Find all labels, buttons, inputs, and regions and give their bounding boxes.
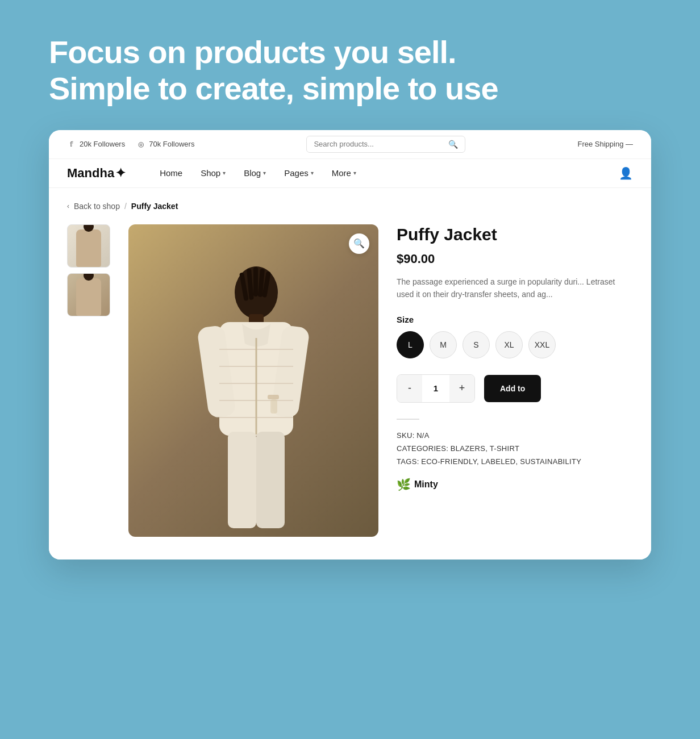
thumbnail-silhouette-1 — [76, 229, 101, 267]
divider — [397, 419, 419, 420]
brand-star-icon: ✦ — [115, 166, 126, 181]
thumbnail-1[interactable] — [67, 224, 110, 268]
size-btn-xxl[interactable]: XXL — [528, 331, 556, 358]
breadcrumb-current: Puffy Jacket — [131, 202, 178, 211]
tags-label: TAGS: — [397, 457, 419, 466]
nav-link-home[interactable]: Home — [160, 168, 182, 178]
product-layout: 🔍 Puffy Jacket $90.00 The passage experi… — [67, 224, 633, 537]
nav-link-more[interactable]: More ▾ — [332, 168, 356, 178]
chevron-down-icon: ▾ — [353, 170, 356, 176]
search-box[interactable]: 🔍 — [306, 136, 465, 153]
shop-card: 𝕗 20k Followers ◎ 70k Followers 🔍 Free S… — [49, 130, 651, 560]
breadcrumb-separator: / — [124, 202, 127, 211]
size-btn-l[interactable]: L — [397, 331, 424, 358]
shipping-notice: Free Shipping — — [577, 140, 633, 148]
quantity-value: 1 — [422, 375, 449, 402]
nav-item-shop[interactable]: Shop ▾ — [201, 168, 226, 178]
facebook-followers: 𝕗 20k Followers — [67, 140, 125, 149]
thumbnail-2[interactable] — [67, 273, 110, 316]
tags-row: TAGS: ECO-FRIENDLY, LABELED, SUSTAINABIL… — [397, 455, 633, 468]
ig-followers-text: 70k Followers — [149, 140, 194, 148]
brand-badge: 🌿 Minty — [397, 478, 633, 491]
product-main-image: 🔍 — [128, 224, 378, 537]
quantity-plus-button[interactable]: + — [449, 375, 474, 402]
topbar: 𝕗 20k Followers ◎ 70k Followers 🔍 Free S… — [49, 130, 651, 159]
nav-link-pages[interactable]: Pages ▾ — [284, 168, 314, 178]
product-info: Puffy Jacket $90.00 The passage experien… — [397, 224, 633, 491]
product-image-svg — [174, 230, 333, 531]
zoom-icon: 🔍 — [353, 238, 365, 249]
svg-rect-16 — [228, 432, 256, 528]
product-price: $90.00 — [397, 252, 633, 266]
svg-rect-19 — [270, 399, 277, 414]
size-options: L M S XL XXL — [397, 331, 633, 358]
quantity-row: - 1 + Add to — [397, 374, 633, 403]
svg-rect-17 — [256, 432, 285, 528]
nav-item-more[interactable]: More ▾ — [332, 168, 356, 178]
categories-row: CATEGORIES: BLAZERS, T-SHIRT — [397, 442, 633, 455]
back-to-shop-label: Back to shop — [74, 202, 120, 211]
zoom-button[interactable]: 🔍 — [349, 233, 369, 254]
search-container[interactable]: 🔍 — [208, 136, 564, 153]
topbar-social: 𝕗 20k Followers ◎ 70k Followers — [67, 140, 194, 149]
hero-section: Focus on products you sell. Simple to cr… — [38, 34, 663, 107]
chevron-left-icon: ‹ — [67, 202, 69, 210]
categories-label: CATEGORIES: — [397, 444, 448, 453]
chevron-down-icon: ▾ — [263, 170, 266, 176]
add-to-cart-button[interactable]: Add to — [484, 375, 541, 402]
instagram-icon: ◎ — [136, 140, 145, 149]
quantity-minus-button[interactable]: - — [397, 375, 422, 402]
product-title: Puffy Jacket — [397, 224, 633, 245]
search-icon: 🔍 — [448, 140, 458, 149]
product-image-bg — [128, 224, 378, 537]
sku-row: SKU: N/A — [397, 429, 633, 442]
size-btn-xl[interactable]: XL — [495, 331, 523, 358]
thumbnail-1-image — [68, 225, 110, 267]
nav-links: Home Shop ▾ Blog ▾ Pages ▾ — [160, 168, 619, 178]
product-description: The passage experienced a surge in popul… — [397, 275, 633, 301]
facebook-icon: 𝕗 — [67, 140, 76, 149]
nav-item-blog[interactable]: Blog ▾ — [244, 168, 266, 178]
brand-name-badge: Minty — [414, 479, 438, 490]
brand-logo[interactable]: Mandha✦ — [67, 166, 126, 181]
sku-label: SKU: — [397, 431, 415, 440]
fb-followers-text: 20k Followers — [80, 140, 125, 148]
instagram-followers: ◎ 70k Followers — [136, 140, 194, 149]
brand-name: Mandha — [67, 166, 114, 181]
product-thumbnails — [67, 224, 110, 316]
product-meta: SKU: N/A CATEGORIES: BLAZERS, T-SHIRT TA… — [397, 429, 633, 469]
nav-link-blog[interactable]: Blog ▾ — [244, 168, 266, 178]
size-btn-s[interactable]: S — [463, 331, 490, 358]
hero-title: Focus on products you sell. Simple to cr… — [49, 34, 663, 107]
user-account-icon[interactable]: 👤 — [619, 166, 633, 180]
tags-value: ECO-FRIENDLY, LABELED, SUSTAINABILITY — [421, 457, 581, 466]
thumbnail-2-image — [68, 274, 110, 316]
size-label: Size — [397, 315, 633, 324]
quantity-control: - 1 + — [397, 374, 475, 403]
svg-rect-18 — [268, 395, 279, 399]
nav-item-pages[interactable]: Pages ▾ — [284, 168, 314, 178]
search-input[interactable] — [314, 140, 444, 148]
chevron-down-icon: ▾ — [223, 170, 226, 176]
product-page-content: ‹ Back to shop / Puffy Jacket — [49, 188, 651, 560]
nav-item-home[interactable]: Home — [160, 168, 182, 178]
breadcrumb: ‹ Back to shop / Puffy Jacket — [67, 202, 633, 211]
thumbnail-silhouette-2 — [76, 278, 101, 316]
nav-link-shop[interactable]: Shop ▾ — [201, 168, 226, 178]
categories-value: BLAZERS, T-SHIRT — [451, 444, 519, 453]
minty-leaf-icon: 🌿 — [397, 478, 411, 491]
sku-value: N/A — [416, 431, 430, 440]
back-to-shop-link[interactable]: Back to shop — [74, 202, 120, 211]
chevron-down-icon: ▾ — [311, 170, 314, 176]
size-btn-m[interactable]: M — [430, 331, 457, 358]
navbar: Mandha✦ Home Shop ▾ Blog ▾ — [49, 159, 651, 188]
svg-rect-3 — [253, 267, 258, 297]
